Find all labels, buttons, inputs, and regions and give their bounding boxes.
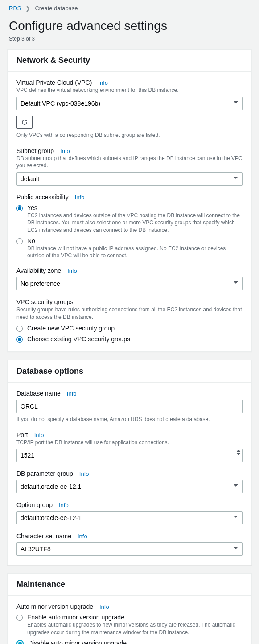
subnet-desc: DB subnet group that defines which subne… (16, 155, 243, 170)
field-charset: Character set name Info AL32UTF8 (16, 533, 243, 556)
step-indicator: Step 3 of 3 (9, 36, 250, 42)
az-info-link[interactable]: Info (67, 268, 77, 274)
subnet-select[interactable]: default (16, 172, 243, 186)
public-yes-label: Yes (27, 204, 243, 211)
field-param-group: DB parameter group Info default.oracle-e… (16, 470, 243, 493)
sg-create-option[interactable]: Create new VPC security group (16, 325, 243, 332)
chevron-up-icon (236, 450, 241, 452)
vpc-note: Only VPCs with a corresponding DB subnet… (16, 132, 243, 139)
auto-enable-option[interactable]: Enable auto minor version upgrade Enable… (16, 614, 243, 636)
auto-disable-label: Disable auto minor version upgrade (28, 640, 243, 644)
param-select[interactable]: default.oracle-ee-12.1 (16, 480, 243, 493)
public-info-link[interactable]: Info (75, 194, 85, 201)
chevron-down-icon (236, 453, 241, 455)
field-vpc: Virtual Private Cloud (VPC) Info VPC def… (16, 79, 243, 139)
port-label: Port (16, 431, 28, 438)
dbname-input[interactable] (16, 400, 243, 413)
public-yes-desc: EC2 instances and devices outside of the… (27, 212, 243, 234)
sg-existing-option[interactable]: Choose existing VPC security groups (16, 335, 243, 343)
field-public-access: Public accessibility Info Yes EC2 instan… (16, 194, 243, 259)
public-no-label: No (27, 237, 243, 244)
panel-database-options: Database options Database name Info If y… (7, 360, 252, 566)
refresh-vpc-button[interactable] (16, 116, 33, 129)
field-port: Port Info TCP/IP port the DB instance wi… (16, 431, 243, 462)
refresh-icon (21, 119, 28, 126)
radio-icon (16, 336, 23, 343)
charset-label: Character set name (16, 533, 71, 540)
breadcrumb-current: Create database (35, 5, 78, 12)
port-input[interactable] (16, 449, 243, 462)
charset-select[interactable]: AL32UTF8 (16, 542, 243, 556)
radio-icon (16, 640, 24, 644)
breadcrumb: RDS ❯ Create database (0, 0, 259, 16)
public-yes-option[interactable]: Yes EC2 instances and devices outside of… (16, 204, 243, 234)
page-title: Configure advanced settings (9, 19, 250, 33)
vpc-select[interactable]: Default VPC (vpc-038e196b) (16, 97, 243, 110)
radio-icon (16, 326, 23, 332)
radio-icon (16, 205, 23, 211)
field-auto-upgrade: Auto minor version upgrade Info Enable a… (16, 603, 243, 644)
radio-icon (16, 615, 23, 621)
panel-network-security: Network & Security Virtual Private Cloud… (7, 49, 252, 352)
field-az: Availability zone Info No preference (16, 267, 243, 290)
dbname-info-link[interactable]: Info (67, 390, 77, 397)
auto-disable-option[interactable]: Disable auto minor version upgrade (16, 640, 243, 644)
sg-desc: Security groups have rules authorizing c… (16, 306, 243, 321)
panel-maintenance: Maintenance Auto minor version upgrade I… (7, 573, 252, 644)
param-info-link[interactable]: Info (79, 471, 89, 477)
port-desc: TCP/IP port the DB instance will use for… (16, 439, 243, 446)
panel-title-network: Network & Security (16, 56, 243, 65)
vpc-info-link[interactable]: Info (98, 79, 108, 86)
public-no-desc: DB instance will not have a public IP ad… (27, 245, 243, 259)
field-security-groups: VPC security groups Security groups have… (16, 298, 243, 343)
breadcrumb-root-link[interactable]: RDS (9, 5, 21, 12)
sg-label: VPC security groups (16, 298, 74, 305)
option-select[interactable]: default:oracle-ee-12-1 (16, 511, 243, 524)
public-label: Public accessibility (16, 194, 69, 201)
panel-title-maint: Maintenance (16, 580, 243, 589)
vpc-label: Virtual Private Cloud (VPC) (16, 79, 92, 86)
param-label: DB parameter group (16, 470, 73, 477)
subnet-label: Subnet group (16, 147, 54, 154)
sg-create-label: Create new VPC security group (27, 325, 243, 332)
panel-title-dbopts: Database options (16, 367, 243, 376)
charset-info-link[interactable]: Info (78, 533, 87, 540)
sg-existing-label: Choose existing VPC security groups (27, 335, 243, 343)
vpc-desc: VPC defines the virtual networking envir… (16, 87, 243, 94)
dbname-note: If you do not specify a database name, A… (16, 416, 243, 423)
radio-icon (16, 238, 23, 244)
field-dbname: Database name Info If you do not specify… (16, 390, 243, 423)
az-label: Availability zone (16, 267, 61, 274)
field-option-group: Option group Info default:oracle-ee-12-1 (16, 501, 243, 524)
subnet-info-link[interactable]: Info (60, 148, 70, 154)
public-no-option[interactable]: No DB instance will not have a public IP… (16, 237, 243, 259)
port-stepper[interactable] (236, 450, 241, 455)
auto-label: Auto minor version upgrade (16, 603, 93, 610)
option-info-link[interactable]: Info (59, 502, 69, 508)
dbname-label: Database name (16, 390, 61, 397)
chevron-right-icon: ❯ (25, 5, 30, 12)
option-label: Option group (16, 501, 53, 508)
az-select[interactable]: No preference (16, 277, 243, 290)
auto-info-link[interactable]: Info (99, 603, 109, 610)
field-subnet: Subnet group Info DB subnet group that d… (16, 147, 243, 186)
auto-enable-label: Enable auto minor version upgrade (27, 614, 243, 621)
port-info-link[interactable]: Info (34, 432, 44, 438)
auto-enable-desc: Enables automatic upgrades to new minor … (27, 621, 243, 636)
